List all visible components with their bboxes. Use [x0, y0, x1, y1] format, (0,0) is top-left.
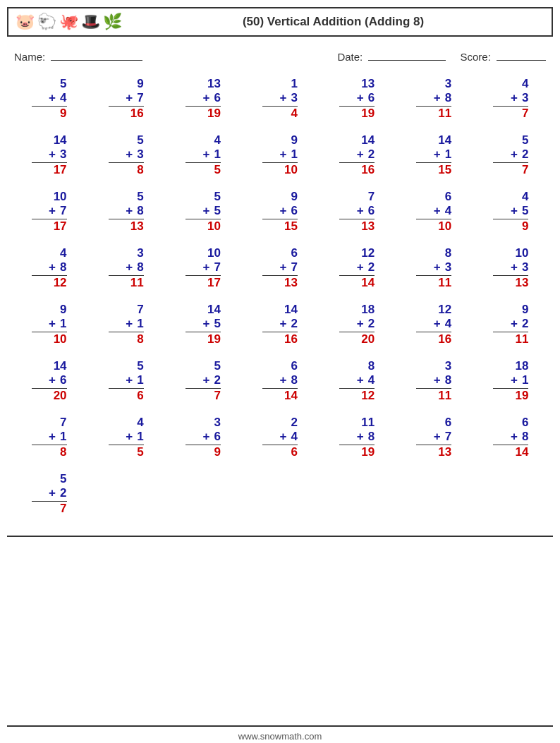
problem-1-0: 14317 — [32, 133, 67, 177]
problem-6-4: 11819 — [339, 416, 375, 459]
num2: 3 — [522, 91, 528, 105]
answer: 14 — [515, 445, 528, 459]
page-title: (50) Vertical Addition (Adding 8) — [122, 15, 544, 29]
answer: 8 — [137, 332, 143, 346]
num1: 9 — [291, 133, 298, 147]
num1: 6 — [522, 416, 528, 430]
problem-7-3 — [262, 472, 298, 516]
problem-1-3: 9110 — [262, 133, 298, 177]
sheep-icon: 🐑 — [37, 13, 56, 31]
num2: 2 — [368, 260, 375, 274]
date-field: Date: — [337, 51, 446, 63]
date-line — [368, 60, 446, 61]
answer: 5 — [137, 445, 143, 459]
header-icons: 🐷 🐑 🐙 🎩 🌿 — [16, 13, 122, 31]
answer: 13 — [438, 445, 451, 459]
problem-4-6: 9211 — [493, 303, 528, 346]
num2: 2 — [291, 317, 298, 331]
num2: 4 — [445, 317, 451, 331]
num1: 8 — [368, 359, 375, 373]
problems-area: 5499716136191341361938114371431753841591… — [0, 70, 560, 536]
answer: 15 — [438, 163, 451, 177]
problem-1-4: 14216 — [339, 133, 375, 177]
meta-row: Name: Date: Score: — [0, 44, 560, 70]
answer: 19 — [361, 445, 375, 459]
answer: 19 — [207, 107, 221, 121]
score-line — [497, 60, 546, 61]
num2: 4 — [291, 430, 298, 444]
num1: 4 — [214, 133, 220, 147]
answer: 6 — [291, 445, 298, 459]
num1: 14 — [54, 359, 67, 373]
problem-1-5: 14115 — [416, 133, 451, 177]
num1: 9 — [291, 190, 298, 204]
num1: 5 — [214, 190, 220, 204]
num1: 5 — [522, 133, 528, 147]
problem-6-2: 369 — [185, 416, 221, 459]
answer: 10 — [284, 163, 298, 177]
num2: 1 — [291, 147, 298, 162]
num1: 5 — [137, 190, 143, 204]
problem-7-0: 527 — [32, 472, 67, 516]
num2: 8 — [60, 260, 66, 274]
problem-6-0: 718 — [32, 416, 67, 459]
num2: 2 — [522, 147, 528, 162]
num1: 9 — [60, 303, 66, 317]
answer: 11 — [438, 107, 451, 121]
answer: 19 — [515, 389, 528, 403]
problem-5-1: 516 — [109, 359, 144, 403]
answer: 9 — [60, 107, 66, 121]
answer: 14 — [284, 389, 298, 403]
num1: 6 — [445, 416, 451, 430]
num1: 18 — [515, 359, 528, 373]
problem-5-6: 18119 — [493, 359, 528, 403]
num1: 9 — [522, 303, 528, 317]
name-line — [51, 60, 142, 61]
answer: 13 — [361, 219, 375, 234]
person-icon: 🎩 — [81, 13, 100, 31]
problem-3-2: 10717 — [185, 246, 221, 290]
problem-7-1 — [109, 472, 144, 516]
num1: 7 — [368, 190, 375, 204]
num1: 2 — [291, 416, 298, 430]
num1: 5 — [60, 472, 66, 486]
answer: 13 — [515, 276, 528, 290]
answer: 9 — [522, 219, 528, 234]
num1: 8 — [445, 246, 451, 260]
problem-0-1: 9716 — [109, 77, 144, 121]
problem-row-2: 1071758135510961576136410459 — [11, 190, 549, 234]
problem-3-3: 6713 — [262, 246, 298, 290]
num2: 1 — [214, 147, 220, 162]
num2: 8 — [445, 373, 451, 387]
num1: 18 — [361, 303, 375, 317]
num2: 6 — [60, 373, 66, 387]
num1: 5 — [137, 133, 143, 147]
num2: 8 — [137, 260, 143, 274]
problem-7-6 — [493, 472, 528, 516]
num2: 2 — [522, 317, 528, 331]
answer: 14 — [361, 276, 375, 290]
num1: 4 — [137, 416, 143, 430]
problem-3-4: 12214 — [339, 246, 375, 290]
problem-0-2: 13619 — [185, 77, 221, 121]
problem-2-5: 6410 — [416, 190, 451, 234]
num2: 6 — [368, 204, 375, 218]
answer: 11 — [438, 389, 451, 403]
num2: 2 — [60, 486, 66, 500]
answer: 6 — [137, 389, 143, 403]
problem-3-1: 3811 — [109, 246, 144, 290]
num2: 7 — [137, 91, 143, 105]
problem-3-5: 8311 — [416, 246, 451, 290]
answer: 13 — [130, 219, 144, 234]
num2: 8 — [137, 204, 143, 218]
answer: 20 — [54, 389, 67, 403]
answer: 12 — [361, 389, 375, 403]
problem-5-3: 6814 — [262, 359, 298, 403]
problem-0-0: 549 — [32, 77, 67, 121]
answer: 5 — [214, 163, 220, 177]
problem-7-4 — [339, 472, 375, 516]
num2: 1 — [60, 430, 66, 444]
problem-7-5 — [416, 472, 451, 516]
num2: 8 — [445, 91, 451, 105]
problem-row-4: 9110718145191421618220124169211 — [11, 303, 549, 346]
